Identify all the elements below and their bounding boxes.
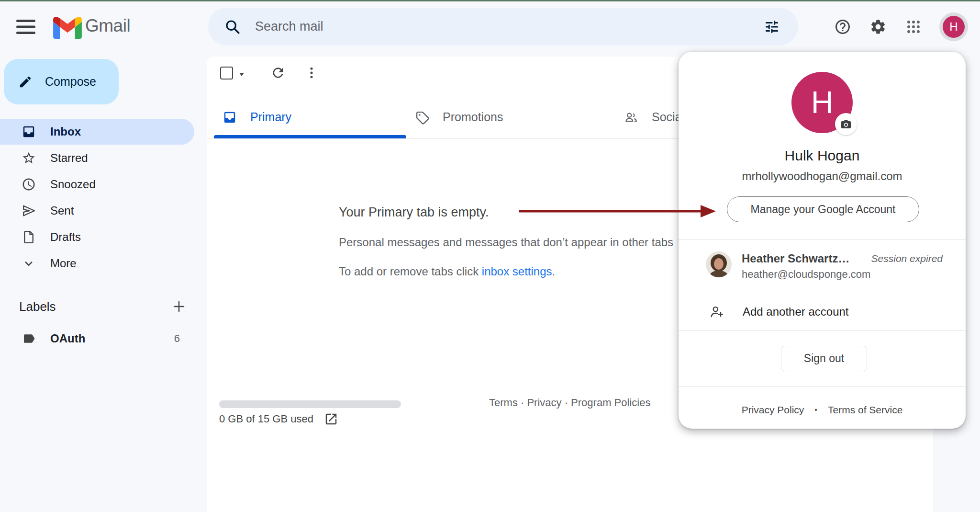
sidebar-item-starred[interactable]: Starred bbox=[0, 145, 194, 171]
hamburger-icon bbox=[16, 19, 35, 35]
send-icon bbox=[22, 204, 36, 218]
top-accent-strip bbox=[0, 0, 980, 1]
search-input[interactable] bbox=[241, 19, 760, 34]
storage-usage-label: 0 GB of 15 GB used bbox=[219, 413, 313, 425]
sidebar-item-more[interactable]: More bbox=[0, 250, 194, 276]
settings-button[interactable] bbox=[865, 13, 891, 40]
pencil-icon bbox=[18, 75, 33, 89]
account-name: Hulk Hogan bbox=[679, 148, 966, 164]
primary-inbox-icon bbox=[223, 110, 237, 125]
storage-meter bbox=[219, 400, 401, 408]
gmail-window: Gmail H bbox=[0, 0, 980, 512]
promotions-tag-icon bbox=[415, 110, 429, 125]
refresh-button[interactable] bbox=[265, 59, 291, 86]
tab-label: Primary bbox=[250, 110, 291, 124]
terms-of-service-link[interactable]: Terms of Service bbox=[828, 404, 902, 416]
plus-icon bbox=[172, 299, 186, 314]
select-dropdown-caret[interactable] bbox=[238, 72, 245, 77]
label-tag-icon bbox=[22, 331, 36, 346]
other-account-row[interactable]: Heather Schwartz… Session expired heathe… bbox=[679, 243, 966, 293]
sidebar-item-label: Sent bbox=[50, 204, 74, 217]
empty-state-hint: To add or remove tabs click inbox settin… bbox=[339, 265, 555, 278]
sidebar-label-oauth[interactable]: OAuth 6 bbox=[0, 326, 194, 352]
sidebar-item-label: Starred bbox=[50, 151, 88, 165]
change-photo-button[interactable] bbox=[835, 113, 857, 135]
main-menu-button[interactable] bbox=[14, 16, 37, 37]
chevron-down-icon bbox=[22, 256, 36, 271]
add-account-label: Add another account bbox=[743, 305, 849, 319]
sidebar-item-label: Inbox bbox=[50, 125, 81, 138]
other-account-name: Heather Schwartz… bbox=[742, 252, 849, 265]
search-options-button[interactable] bbox=[760, 15, 784, 39]
other-account-email: heather@cloudsponge.com bbox=[742, 268, 870, 281]
create-label-button[interactable] bbox=[168, 296, 189, 317]
privacy-policy-link[interactable]: Privacy Policy bbox=[742, 404, 804, 416]
social-people-icon bbox=[624, 110, 638, 125]
person-add-icon bbox=[709, 304, 724, 319]
gear-icon bbox=[869, 18, 887, 35]
sidebar-item-drafts[interactable]: Drafts bbox=[0, 224, 194, 250]
active-tab-underline bbox=[214, 135, 406, 138]
sign-out-button[interactable]: Sign out bbox=[781, 346, 867, 371]
panel-divider bbox=[679, 239, 966, 240]
draft-icon bbox=[22, 230, 36, 244]
avatar: H bbox=[943, 16, 965, 38]
tab-label: Promotions bbox=[443, 110, 503, 124]
panel-divider bbox=[679, 330, 966, 331]
tab-primary[interactable]: Primary bbox=[214, 96, 406, 138]
hint-suffix: . bbox=[552, 265, 556, 278]
profile-photo bbox=[706, 251, 732, 277]
apps-grid-icon bbox=[905, 19, 922, 35]
panel-footer: Privacy Policy • Terms of Service bbox=[679, 404, 966, 416]
google-apps-button[interactable] bbox=[900, 13, 927, 40]
sidebar-item-snoozed[interactable]: Snoozed bbox=[0, 171, 194, 197]
sidebar-item-sent[interactable]: Sent bbox=[0, 198, 194, 224]
manage-account-button[interactable]: Manage your Google Account bbox=[727, 196, 919, 222]
help-icon bbox=[834, 18, 851, 35]
account-avatar-button[interactable]: H bbox=[939, 12, 968, 41]
three-dot-icon bbox=[304, 66, 319, 80]
footer-separator: • bbox=[814, 406, 817, 414]
open-in-new-icon[interactable] bbox=[324, 412, 338, 426]
storage-usage: 0 GB of 15 GB used bbox=[219, 412, 338, 426]
gmail-logo-icon bbox=[53, 17, 82, 39]
other-account-avatar bbox=[706, 251, 732, 277]
search-bar bbox=[208, 8, 798, 46]
panel-divider bbox=[679, 386, 966, 387]
refresh-icon bbox=[270, 65, 286, 80]
sidebar-item-inbox[interactable]: Inbox bbox=[0, 119, 194, 145]
search-icon[interactable] bbox=[224, 19, 241, 35]
session-status: Session expired bbox=[871, 253, 943, 264]
label-count: 6 bbox=[174, 332, 180, 345]
label-name: OAuth bbox=[50, 332, 85, 345]
sidebar-item-label: Snoozed bbox=[50, 178, 96, 191]
empty-state-title: Your Primary tab is empty. bbox=[339, 205, 489, 220]
compose-button[interactable]: Compose bbox=[4, 59, 119, 104]
sidebar-item-label: Drafts bbox=[50, 230, 81, 244]
tab-promotions[interactable]: Promotions bbox=[406, 96, 615, 138]
clock-icon bbox=[22, 177, 36, 192]
help-button[interactable] bbox=[829, 13, 856, 40]
camera-icon bbox=[840, 118, 852, 130]
compose-label: Compose bbox=[45, 75, 96, 89]
add-account-row[interactable]: Add another account bbox=[679, 293, 966, 330]
tune-icon bbox=[764, 19, 780, 35]
inbox-settings-link[interactable]: inbox settings bbox=[482, 265, 552, 278]
empty-state-description: Personal messages and messages that don’… bbox=[339, 236, 673, 249]
account-email: mrhollywoodhogan@gmail.com bbox=[679, 170, 966, 183]
legal-links[interactable]: Terms · Privacy · Program Policies bbox=[489, 397, 650, 409]
more-options-button[interactable] bbox=[298, 59, 325, 86]
account-menu: H Hulk Hogan mrhollywoodhogan@gmail.com … bbox=[679, 52, 966, 429]
sidebar-item-label: More bbox=[50, 257, 77, 270]
select-all-checkbox[interactable] bbox=[220, 67, 233, 80]
star-icon bbox=[22, 151, 36, 165]
hint-prefix: To add or remove tabs click bbox=[339, 265, 482, 278]
inbox-icon bbox=[22, 125, 36, 139]
labels-heading: Labels bbox=[19, 299, 56, 314]
app-title: Gmail bbox=[85, 16, 130, 36]
